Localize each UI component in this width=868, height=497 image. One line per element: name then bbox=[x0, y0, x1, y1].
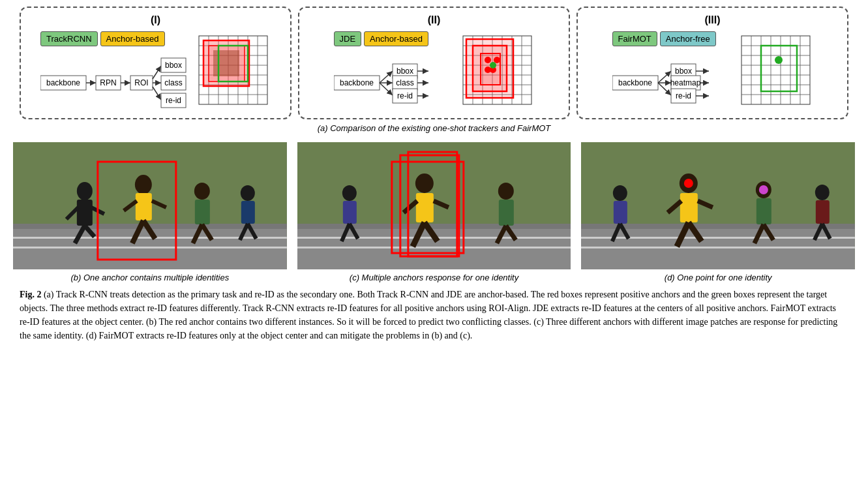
svg-line-36 bbox=[380, 71, 393, 83]
svg-text:heatmap: heatmap bbox=[670, 78, 700, 87]
diagram-inner-II: JDE Anchor-based backbone bbox=[334, 31, 535, 112]
svg-point-109 bbox=[135, 175, 152, 194]
grid-svg-III bbox=[738, 33, 813, 108]
svg-text:ROI: ROI bbox=[134, 78, 148, 87]
svg-rect-166 bbox=[816, 200, 830, 224]
svg-rect-162 bbox=[756, 198, 771, 224]
svg-line-38 bbox=[380, 83, 393, 95]
svg-rect-101 bbox=[13, 247, 287, 248]
svg-line-10 bbox=[153, 87, 161, 100]
diagram-box-II: (II) JDE Anchor-based backbon bbox=[298, 7, 570, 119]
flow-svg-III: backbone bbox heatmap re-id bbox=[612, 53, 733, 112]
photo-item-c: (c) Multiple anchors response for one id… bbox=[297, 142, 571, 282]
svg-text:backbone: backbone bbox=[339, 78, 373, 87]
svg-line-8 bbox=[153, 66, 161, 79]
trackrcnn-label: TrackRCNN bbox=[40, 31, 98, 46]
svg-point-129 bbox=[342, 185, 357, 201]
svg-rect-128 bbox=[297, 224, 571, 229]
svg-point-165 bbox=[815, 185, 830, 200]
label-row-III: FairMOT Anchor-free bbox=[612, 31, 733, 46]
svg-point-151 bbox=[613, 185, 627, 201]
diagram-title-I: (I) bbox=[151, 14, 160, 26]
svg-text:re-id: re-id bbox=[397, 91, 412, 100]
svg-point-64 bbox=[485, 57, 491, 63]
svg-line-73 bbox=[658, 83, 671, 95]
photo-b bbox=[13, 142, 287, 269]
svg-point-65 bbox=[494, 57, 500, 63]
diagram-title-III: (III) bbox=[705, 14, 721, 26]
diagram-box-I: (I) TrackRCNN Anchor-based backbone bbox=[20, 7, 292, 119]
diagram-title-II: (II) bbox=[428, 14, 441, 26]
diagram-section: (I) TrackRCNN Anchor-based backbone bbox=[13, 7, 855, 119]
photos-section: (b) One anchor contains multiple identit… bbox=[13, 142, 855, 282]
photo-caption-c: (c) Multiple anchors response for one id… bbox=[350, 273, 518, 282]
svg-rect-140 bbox=[499, 200, 514, 226]
flow-area-I: TrackRCNN Anchor-based backbone RPN bbox=[40, 31, 190, 112]
svg-rect-120 bbox=[241, 201, 255, 224]
svg-rect-32 bbox=[209, 46, 245, 82]
grid-wrapper-I bbox=[196, 33, 271, 110]
jde-label: JDE bbox=[334, 31, 362, 46]
svg-point-68 bbox=[490, 62, 496, 68]
grid-svg-I bbox=[196, 33, 271, 108]
svg-point-97 bbox=[775, 56, 783, 64]
svg-text:backbone: backbone bbox=[618, 78, 651, 87]
photo-svg-b bbox=[13, 142, 287, 269]
svg-text:backbone: backbone bbox=[46, 78, 80, 87]
svg-rect-116 bbox=[195, 200, 210, 224]
photo-svg-c bbox=[297, 142, 571, 269]
svg-point-170 bbox=[759, 185, 768, 194]
flow-area-III: FairMOT Anchor-free backbone bbox=[612, 31, 733, 112]
svg-rect-110 bbox=[136, 193, 152, 220]
photo-item-b: (b) One anchor contains multiple identit… bbox=[13, 142, 287, 282]
svg-rect-130 bbox=[343, 201, 357, 224]
svg-rect-104 bbox=[77, 200, 93, 226]
svg-text:RPN: RPN bbox=[100, 78, 116, 87]
svg-text:bbox: bbox bbox=[165, 61, 182, 70]
svg-rect-134 bbox=[416, 193, 434, 222]
flow-area-II: JDE Anchor-based backbone bbox=[334, 31, 455, 112]
svg-rect-149 bbox=[581, 247, 855, 248]
anchor-free-label: Anchor-free bbox=[660, 31, 716, 46]
photo-d bbox=[581, 142, 855, 269]
svg-rect-127 bbox=[297, 247, 571, 248]
description-section: Fig. 2 (a) Track R-CNN treats detection … bbox=[13, 288, 855, 342]
grid-wrapper-III bbox=[738, 33, 813, 110]
grid-wrapper-II bbox=[460, 33, 535, 110]
label-row-II: JDE Anchor-based bbox=[334, 31, 455, 46]
photo-c bbox=[297, 142, 571, 269]
svg-text:re-id: re-id bbox=[675, 91, 691, 100]
grid-svg-II bbox=[460, 33, 535, 108]
diagram-inner-III: FairMOT Anchor-free backbone bbox=[612, 31, 813, 112]
fairmot-label: FairMOT bbox=[612, 31, 657, 46]
svg-text:class: class bbox=[396, 78, 413, 87]
flow-svg-I: backbone RPN ROI bbox=[40, 53, 190, 112]
svg-text:re-id: re-id bbox=[166, 96, 181, 105]
photo-item-d: (d) One point for one identity bbox=[581, 142, 855, 282]
description-body: (a) Track R-CNN treats detection as the … bbox=[20, 290, 837, 340]
anchor-based-label-I: Anchor-based bbox=[100, 31, 165, 46]
svg-text:bbox: bbox bbox=[674, 67, 691, 76]
svg-rect-156 bbox=[680, 193, 698, 222]
svg-point-119 bbox=[241, 185, 255, 201]
diagram-inner-I: TrackRCNN Anchor-based backbone RPN bbox=[40, 31, 271, 112]
svg-point-115 bbox=[194, 183, 210, 200]
flow-svg-II: backbone bbox class re-id bbox=[334, 53, 455, 112]
svg-point-133 bbox=[415, 173, 434, 193]
svg-point-169 bbox=[684, 179, 693, 188]
svg-line-71 bbox=[658, 71, 671, 83]
svg-rect-100 bbox=[13, 237, 287, 239]
photo-svg-d bbox=[581, 142, 855, 269]
svg-point-103 bbox=[77, 182, 93, 200]
description-text: Fig. 2 (a) Track R-CNN treats detection … bbox=[20, 288, 848, 342]
anchor-based-label-II: Anchor-based bbox=[364, 31, 428, 46]
fig-label: Fig. 2 bbox=[20, 290, 41, 299]
photo-caption-d: (d) One point for one identity bbox=[665, 273, 772, 282]
label-row-I: TrackRCNN Anchor-based bbox=[40, 31, 190, 46]
svg-point-139 bbox=[498, 183, 514, 200]
svg-text:bbox: bbox bbox=[396, 67, 413, 76]
diagram-box-III: (III) FairMOT Anchor-free bac bbox=[576, 7, 848, 119]
svg-text:class: class bbox=[164, 78, 182, 87]
main-container: (I) TrackRCNN Anchor-based backbone bbox=[0, 0, 868, 349]
diagram-caption: (a) Comparison of the existing one-shot … bbox=[13, 123, 855, 133]
